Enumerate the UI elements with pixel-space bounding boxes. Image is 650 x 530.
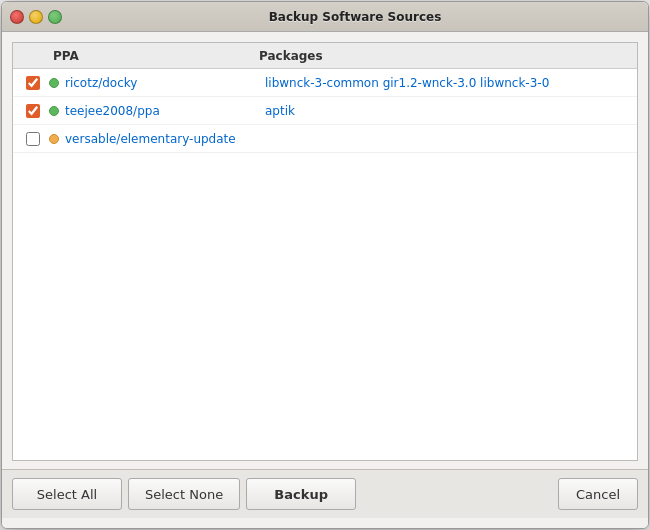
packages-list: aptik: [265, 104, 633, 118]
header-packages: Packages: [259, 49, 633, 63]
table-row: teejee2008/ppa aptik: [13, 97, 637, 125]
status-dot-green: [49, 78, 59, 88]
button-bar: Select All Select None Backup Cancel: [2, 469, 648, 518]
table-row: versable/elementary-update: [13, 125, 637, 153]
close-button[interactable]: [10, 10, 24, 24]
cancel-button[interactable]: Cancel: [558, 478, 638, 510]
select-all-button[interactable]: Select All: [12, 478, 122, 510]
window-title: Backup Software Sources: [70, 10, 640, 24]
ppa-name: teejee2008/ppa: [65, 104, 265, 118]
backup-button[interactable]: Backup: [246, 478, 356, 510]
table-body: ricotz/docky libwnck-3-common gir1.2-wnc…: [13, 69, 637, 460]
table-row: ricotz/docky libwnck-3-common gir1.2-wnc…: [13, 69, 637, 97]
ppa-name: versable/elementary-update: [65, 132, 265, 146]
packages-list: libwnck-3-common gir1.2-wnck-3.0 libwnck…: [265, 76, 633, 90]
select-none-button[interactable]: Select None: [128, 478, 240, 510]
row-checkbox[interactable]: [26, 104, 40, 118]
minimize-button[interactable]: [29, 10, 43, 24]
content-area: PPA Packages ricotz/docky libwnck-3-comm…: [2, 32, 648, 528]
status-dot-green: [49, 106, 59, 116]
window-controls: [10, 10, 62, 24]
row-checkbox-container: [17, 132, 49, 146]
row-checkbox[interactable]: [26, 76, 40, 90]
maximize-button[interactable]: [48, 10, 62, 24]
row-checkbox[interactable]: [26, 132, 40, 146]
ppa-name: ricotz/docky: [65, 76, 265, 90]
table-header: PPA Packages: [13, 43, 637, 69]
row-checkbox-container: [17, 104, 49, 118]
header-ppa: PPA: [49, 49, 259, 63]
main-window: Backup Software Sources PPA Packages ric…: [1, 1, 649, 529]
row-checkbox-container: [17, 76, 49, 90]
status-dot-yellow: [49, 134, 59, 144]
titlebar: Backup Software Sources: [2, 2, 648, 32]
sources-table: PPA Packages ricotz/docky libwnck-3-comm…: [12, 42, 638, 461]
